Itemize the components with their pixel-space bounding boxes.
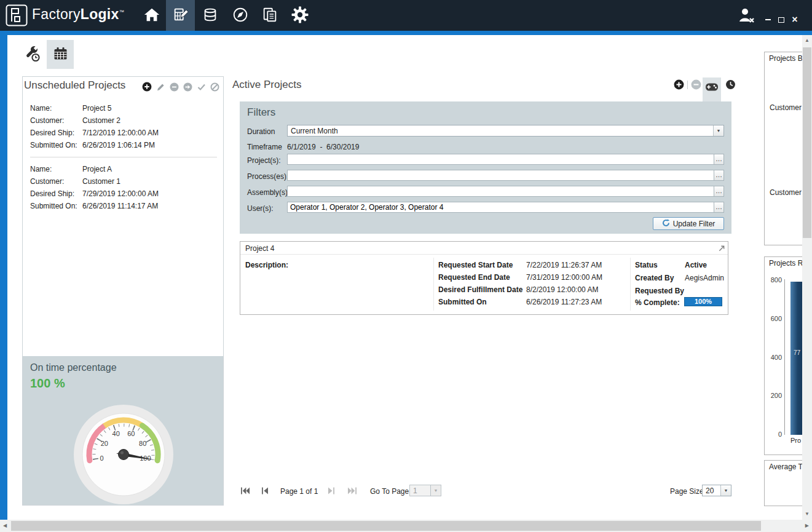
page-size-select[interactable]: 20 ▼ [702,485,731,496]
expand-icon[interactable] [719,245,725,253]
projects-filter-input[interactable] [287,154,714,165]
ellipsis-button[interactable]: … [714,170,724,181]
accept-check-icon[interactable] [197,82,206,93]
tab-schedule[interactable] [47,40,74,69]
nav-settings-button[interactable] [285,0,314,31]
legend-customer-1: Customer 1 [770,188,802,197]
chevron-down-icon[interactable]: ▼ [430,485,441,496]
remove-circle-icon[interactable] [170,82,179,93]
field-label: Customer: [30,175,82,188]
unscheduled-project-list: Name:Project 5 Customer:Customer 2 Desir… [23,97,223,353]
move-arrow-circle-icon[interactable] [183,82,192,93]
goto-page-value: 1 [410,486,430,495]
on-time-title: On time percentage [23,356,223,373]
y-tick-0: 0 [766,431,782,438]
chevron-down-icon[interactable]: ▼ [720,485,731,496]
next-page-button[interactable] [327,487,334,496]
on-time-percentage-panel: On time percentage 100 % 0 20 40 [23,356,223,505]
project-ship-date: 7/12/2019 12:00:00 AM [82,129,159,137]
add-active-project-button[interactable] [674,79,684,92]
projects-remaining-bar[interactable] [790,282,802,435]
previous-page-button[interactable] [262,487,269,496]
page-size-label: Page Size [670,487,704,496]
assemblies-filter-input[interactable] [287,186,714,197]
maximize-icon [778,17,784,23]
vertical-scrollbar-thumb[interactable] [803,47,811,238]
created-by-label: Created By [635,274,674,282]
status-value: Active [685,261,707,269]
bar-value-label: 77 [794,349,800,356]
on-time-value: 100 % [23,373,223,391]
horizontal-scrollbar-thumb[interactable] [11,521,761,531]
duration-select[interactable]: Current Month ▼ [287,125,724,137]
nav-home-button[interactable] [137,0,166,31]
last-page-button[interactable] [348,487,357,496]
nav-tracking-button[interactable] [226,0,254,31]
scroll-left-arrow[interactable]: ◀ [3,523,7,528]
update-filter-button[interactable]: Update Filter [653,217,724,230]
update-refresh-icon [662,219,670,229]
description-label: Description: [245,261,288,269]
history-clock-button[interactable] [725,79,736,92]
chevron-down-icon[interactable]: ▼ [713,125,723,136]
pagination-bar: Page 1 of 1 Go To Page 1 ▼ Page Size 20 … [240,485,731,498]
close-button[interactable]: × [789,15,800,25]
project-card-header[interactable]: Project 4 [240,242,728,255]
users-filter-input[interactable] [287,202,714,213]
active-projects-title: Active Projects [232,79,301,91]
status-label: Status [635,261,658,269]
projects-filter-field: … [287,154,724,165]
projects-by-customer-panel: Projects B Customer 2 Customer 1 [764,52,802,245]
first-page-button[interactable] [241,487,250,496]
field-label: Desired Ship: [30,188,82,200]
maximize-button[interactable] [776,15,787,25]
ellipsis-button[interactable]: … [714,186,724,197]
tab-tools[interactable] [18,40,45,69]
project-name: Project 5 [82,104,111,113]
desired-fulfillment-value: 8/2/2019 12:00:00 AM [526,285,598,294]
goto-page-combo[interactable]: 1 ▼ [409,485,441,496]
page-indicator: Page 1 of 1 [280,487,318,496]
documents-icon [261,6,278,25]
field-label: Customer: [30,114,82,127]
ellipsis-button[interactable]: … [714,202,724,213]
unscheduled-project-item[interactable]: Name:Project A Customer:Customer 1 Desir… [23,157,223,215]
average-panel: Average T [764,460,802,506]
gear-icon [291,6,309,26]
compass-icon [232,6,249,25]
processes-filter-field: … [287,170,724,181]
main-canvas: Unscheduled Projects Name:Project 5 Cust… [7,35,802,520]
duration-label: Duration [247,127,275,136]
gauge-tick-60: 60 [127,430,135,437]
remove-active-project-button[interactable] [691,79,701,92]
controller-view-toggle[interactable] [703,77,721,101]
minimize-button[interactable] [762,15,773,25]
user-logout-button[interactable] [733,3,760,29]
field-label: Desired Ship: [30,127,82,139]
gauge-tick-40: 40 [112,430,120,437]
cancel-block-icon[interactable] [210,82,219,93]
nav-production-button[interactable] [195,0,224,31]
horizontal-scrollbar[interactable]: ◀ ▶ [0,520,812,532]
vertical-scrollbar[interactable]: ▲ ▼ [802,35,812,520]
project-submitted: 6/26/2019 11:14:17 AM [82,202,158,210]
scroll-down-arrow[interactable]: ▼ [805,512,810,517]
processes-filter-input[interactable] [287,170,714,181]
scroll-up-arrow[interactable]: ▲ [805,38,810,43]
unscheduled-projects-panel: Unscheduled Projects Name:Project 5 Cust… [22,76,224,506]
card-divider [433,258,434,311]
y-tick-600: 600 [766,315,782,322]
unscheduled-project-item[interactable]: Name:Project 5 Customer:Customer 2 Desir… [23,97,223,154]
edit-pencil-icon[interactable] [156,82,165,93]
legend-customer-2: Customer 2 [770,103,802,112]
field-label: Submitted On: [30,200,82,212]
scroll-right-arrow[interactable]: ▶ [805,523,809,528]
gamepad-icon [706,83,718,101]
submitted-on-value: 6/26/2019 11:27:23 AM [526,298,602,306]
requested-end-value: 7/31/2019 12:00:00 AM [526,273,602,282]
ellipsis-button[interactable]: … [714,154,724,165]
nav-scheduling-button[interactable] [166,0,195,31]
add-project-button[interactable] [142,82,152,93]
nav-documents-button[interactable] [255,0,284,31]
factorylogix-logo-icon [6,4,28,28]
